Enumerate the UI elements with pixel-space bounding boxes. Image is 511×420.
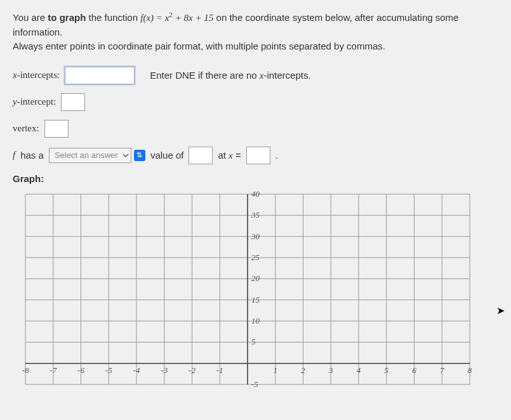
svg-text:-1: -1 xyxy=(216,365,223,374)
has-a-text: has a xyxy=(20,150,44,161)
instruction-line2: Always enter points in coordinate pair f… xyxy=(13,39,498,54)
x-intercepts-label: x-intercepts: xyxy=(13,70,60,81)
y-intercept-label: y-intercept: xyxy=(13,96,56,107)
svg-text:7: 7 xyxy=(440,365,444,374)
svg-text:-3: -3 xyxy=(161,365,168,374)
svg-text:3: 3 xyxy=(328,365,333,374)
min-max-select[interactable]: Select an answer xyxy=(49,148,131,163)
instruction-mid: the function xyxy=(86,12,140,23)
x-intercepts-input[interactable] xyxy=(65,67,135,84)
instruction-bold: to graph xyxy=(48,12,86,23)
vertex-input[interactable] xyxy=(44,120,69,138)
at-x-text: at x = xyxy=(218,150,241,161)
vertex-label: vertex: xyxy=(13,123,39,134)
svg-text:25: 25 xyxy=(251,253,260,262)
svg-text:5: 5 xyxy=(385,365,389,374)
f-has-prefix: f xyxy=(13,150,15,161)
value-of-text: value of xyxy=(150,150,184,161)
svg-text:-4: -4 xyxy=(133,365,140,374)
svg-text:15: 15 xyxy=(251,294,260,304)
graph-label: Graph: xyxy=(13,173,498,184)
svg-text:6: 6 xyxy=(412,365,416,374)
svg-text:8: 8 xyxy=(468,365,472,374)
svg-text:-5: -5 xyxy=(105,365,112,374)
svg-text:-8: -8 xyxy=(22,365,29,374)
svg-text:-2: -2 xyxy=(189,365,196,374)
svg-text:4: 4 xyxy=(357,365,361,374)
select-arrow-icon: ⇅ xyxy=(134,150,145,161)
svg-text:35: 35 xyxy=(251,210,260,220)
svg-text:-5: -5 xyxy=(251,379,258,389)
svg-text:2: 2 xyxy=(301,365,305,374)
svg-text:10: 10 xyxy=(251,316,260,325)
svg-text:-6: -6 xyxy=(77,365,84,374)
svg-text:20: 20 xyxy=(251,273,260,283)
svg-text:-7: -7 xyxy=(50,365,56,374)
instruction-prefix: You are xyxy=(13,12,48,23)
period: . xyxy=(275,150,278,161)
function-expression: f(x) = x2 + 8x + 15 xyxy=(140,13,213,23)
x-intercepts-hint: Enter DNE if there are no x-intercepts. xyxy=(150,70,310,81)
coordinate-grid[interactable]: -8-7-6-5-4-3-2-112345678 510152025303540… xyxy=(13,188,482,391)
cursor-icon: ➤ xyxy=(496,305,505,317)
svg-text:1: 1 xyxy=(274,365,278,374)
at-x-input[interactable] xyxy=(246,147,270,164)
svg-text:30: 30 xyxy=(251,231,260,240)
svg-text:40: 40 xyxy=(251,189,260,199)
svg-text:5: 5 xyxy=(251,337,256,346)
value-input[interactable] xyxy=(189,147,213,164)
y-intercept-input[interactable] xyxy=(61,93,85,111)
